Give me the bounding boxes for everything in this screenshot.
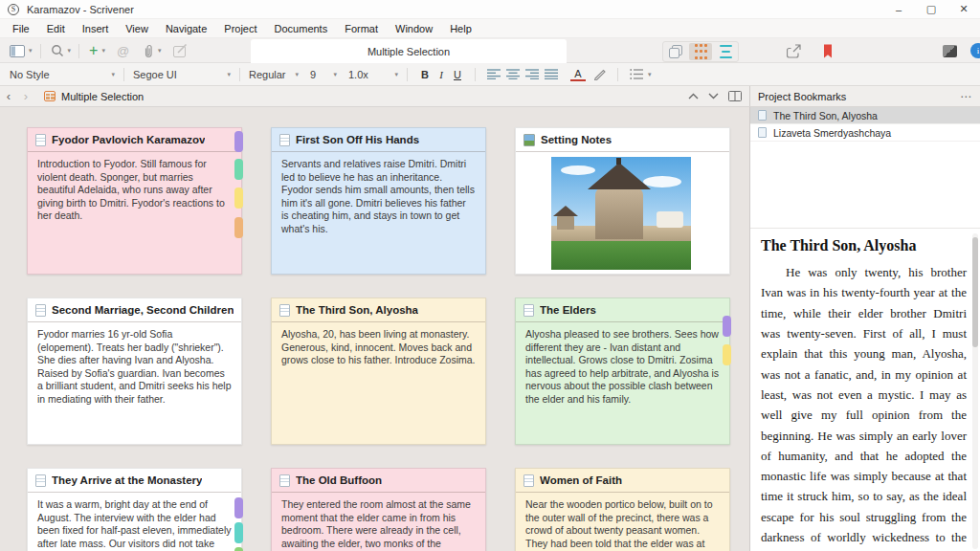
card-header: Women of Faith xyxy=(516,469,729,493)
add-caret-icon[interactable]: ▾ xyxy=(101,47,105,55)
document-title-field[interactable]: Multiple Selection xyxy=(251,39,567,63)
italic-button[interactable]: I xyxy=(434,69,449,80)
format-separator xyxy=(475,68,476,81)
index-card-third-son[interactable]: The Third Son, Alyosha Alyosha, 20, has … xyxy=(271,298,486,445)
chevron-down-icon: ▾ xyxy=(295,71,299,78)
previous-document-button[interactable] xyxy=(688,93,699,99)
breadcrumb: Multiple Selection xyxy=(61,91,144,102)
bookmark-item-lizaveta[interactable]: Lizaveta Smerdyashchaya xyxy=(750,124,980,142)
list-button[interactable] xyxy=(630,69,643,79)
header-band: ‹ › Multiple Selection Project Bookmarks… xyxy=(0,86,980,107)
card-title: The Old Buffoon xyxy=(296,474,382,486)
font-select-value: Segoe UI xyxy=(133,69,177,80)
card-title: Women of Faith xyxy=(540,474,622,486)
bookmarks-header: Project Bookmarks ⋯ xyxy=(749,86,980,106)
format-separator xyxy=(407,68,408,81)
appearance-icon[interactable] xyxy=(943,45,957,57)
menu-help[interactable]: Help xyxy=(441,21,480,36)
mention-button[interactable]: @ xyxy=(115,40,131,61)
menu-edit[interactable]: Edit xyxy=(38,21,74,36)
menu-format[interactable]: Format xyxy=(336,21,387,36)
info-icon[interactable]: i xyxy=(970,43,980,58)
search-caret-icon[interactable]: ▾ xyxy=(68,47,72,55)
style-select[interactable]: No Style ▾ xyxy=(10,66,115,83)
bold-button[interactable]: B xyxy=(416,69,434,80)
minimize-button[interactable]: – xyxy=(882,0,915,19)
forward-button[interactable]: › xyxy=(17,89,34,103)
index-card-arrive-monastery[interactable]: They Arrive at the Monastery It was a wa… xyxy=(27,468,242,551)
preview-body: He was only twenty, his brother Ivan was… xyxy=(761,262,967,551)
index-card-icon xyxy=(35,134,46,146)
add-item-button[interactable]: + xyxy=(87,40,100,61)
variant-select-value: Regular xyxy=(249,69,286,80)
chevron-down-icon: ▾ xyxy=(227,71,231,78)
align-justify-button[interactable] xyxy=(545,69,558,79)
text-color-button[interactable]: A xyxy=(570,68,586,81)
index-card-second-marriage[interactable]: Second Marriage, Second Children Fyodor … xyxy=(27,298,242,445)
card-synopsis: Alyosha, 20, has been living at monaster… xyxy=(272,322,485,445)
list-caret-icon[interactable]: ▾ xyxy=(648,71,652,78)
main-toolbar: ▾ ▾ + ▾ @ ▾ Multiple Selection i xyxy=(0,38,980,63)
index-card-elders[interactable]: The Elders Alyosha pleased to see brothe… xyxy=(515,298,730,445)
toggle-binder-button[interactable] xyxy=(8,40,27,61)
index-card-old-buffoon[interactable]: The Old Buffoon They entered the room al… xyxy=(271,468,486,551)
window-title: Karamazov - Scrivener xyxy=(27,4,134,15)
binder-caret-icon[interactable]: ▾ xyxy=(29,47,33,55)
index-card-icon xyxy=(523,304,534,317)
font-size-select[interactable]: 9 ▾ xyxy=(310,66,337,83)
search-button[interactable] xyxy=(49,40,66,61)
attach-caret-icon[interactable]: ▾ xyxy=(158,47,162,55)
format-separator xyxy=(123,68,124,81)
card-synopsis: Fyodor marries 16 yr-old Sofia (elopemen… xyxy=(28,322,241,445)
font-select[interactable]: Segoe UI ▾ xyxy=(133,66,231,83)
close-button[interactable]: ✕ xyxy=(947,0,980,19)
attach-button[interactable] xyxy=(141,40,156,61)
menu-view[interactable]: View xyxy=(117,21,157,36)
card-title: The Third Son, Alyosha xyxy=(296,304,418,316)
highlight-pen-button[interactable] xyxy=(593,68,606,80)
format-bar: No Style ▾ Segoe UI ▾ Regular ▾ 9 ▾ 1.0x… xyxy=(0,63,980,86)
menu-window[interactable]: Window xyxy=(387,21,441,36)
underline-button[interactable]: U xyxy=(449,69,466,80)
align-right-button[interactable] xyxy=(525,69,539,79)
index-card-fyodor[interactable]: Fyodor Pavlovich Karamazov Introduction … xyxy=(27,127,242,275)
align-left-button[interactable] xyxy=(487,69,501,79)
preview-scrollbar-thumb[interactable] xyxy=(972,237,978,347)
format-separator xyxy=(617,68,618,81)
toolbar-separator xyxy=(78,44,79,58)
index-card-setting-notes[interactable]: Setting Notes xyxy=(515,127,730,275)
toolbar-separator xyxy=(40,44,41,58)
share-button[interactable] xyxy=(785,40,803,61)
menu-documents[interactable]: Documents xyxy=(266,21,337,36)
project-bookmarks-panel: The Third Son, Alyosha Lizaveta Smerdyas… xyxy=(749,107,980,551)
bookmark-label: The Third Son, Alyosha xyxy=(773,110,878,121)
variant-select[interactable]: Regular ▾ xyxy=(249,66,299,83)
editor-header: ‹ › Multiple Selection xyxy=(0,86,749,106)
panel-divider xyxy=(750,228,980,229)
bookmark-item-third-son[interactable]: The Third Son, Alyosha xyxy=(750,107,980,124)
align-center-button[interactable] xyxy=(506,69,520,79)
bookmark-button[interactable] xyxy=(820,40,835,61)
corkboard: Fyodor Pavlovich Karamazov Introduction … xyxy=(0,107,749,551)
card-synopsis: Near the wooden portico below, built on … xyxy=(516,493,729,551)
maximize-button[interactable]: ▢ xyxy=(915,0,947,19)
font-size-value: 9 xyxy=(310,69,316,80)
compose-button[interactable] xyxy=(171,40,189,61)
split-view-button[interactable] xyxy=(728,91,742,101)
line-spacing-value: 1.0x xyxy=(348,69,368,80)
document-view-button[interactable] xyxy=(664,43,687,60)
chevron-down-icon: ▾ xyxy=(111,71,115,78)
index-card-first-son[interactable]: First Son Off His Hands Servants and rel… xyxy=(271,127,486,275)
back-button[interactable]: ‹ xyxy=(0,89,17,103)
corkboard-view-button[interactable] xyxy=(689,43,712,60)
menu-insert[interactable]: Insert xyxy=(74,21,118,36)
line-spacing-select[interactable]: 1.0x ▾ xyxy=(348,66,398,83)
index-card-women-of-faith[interactable]: Women of Faith Near the wooden portico b… xyxy=(515,468,730,551)
next-document-button[interactable] xyxy=(708,93,719,99)
menu-file[interactable]: File xyxy=(4,21,38,36)
menu-navigate[interactable]: Navigate xyxy=(157,21,215,36)
more-options-icon[interactable]: ⋯ xyxy=(960,90,972,103)
outline-view-button[interactable] xyxy=(714,43,737,60)
menu-project[interactable]: Project xyxy=(215,21,265,36)
card-header: First Son Off His Hands xyxy=(272,128,485,152)
